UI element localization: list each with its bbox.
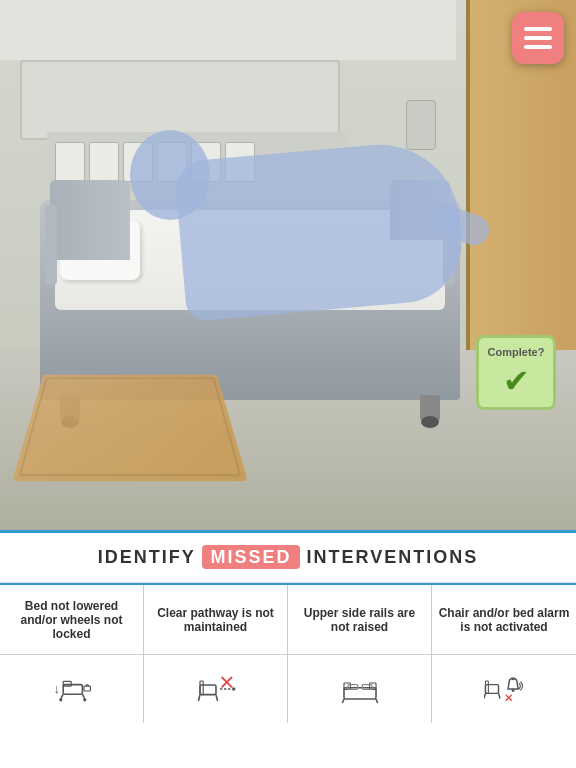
svg-line-22 — [376, 699, 378, 703]
floor-mat — [12, 375, 247, 481]
svg-text:↓: ↓ — [53, 681, 59, 696]
intervention-bed-lowered[interactable]: Bed not lowered and/or wheels not locked… — [0, 585, 144, 723]
menu-line-1 — [524, 27, 552, 31]
svg-point-27 — [512, 689, 515, 692]
intervention-alarm[interactable]: Chair and/or bed alarm is not activated — [432, 585, 576, 723]
menu-line-2 — [524, 36, 552, 40]
svg-line-11 — [216, 695, 218, 701]
svg-point-5 — [59, 698, 62, 701]
svg-rect-23 — [485, 685, 498, 694]
intervention-icon-3 — [288, 655, 431, 723]
ceiling-panel — [0, 0, 456, 60]
svg-line-10 — [198, 695, 200, 701]
svg-rect-24 — [485, 681, 488, 693]
svg-rect-9 — [200, 681, 203, 695]
hospital-room-scene: Complete? ✔ — [0, 0, 576, 530]
svg-point-6 — [83, 698, 86, 701]
side-rails-icon — [340, 669, 380, 709]
intervention-label-1: Bed not lowered and/or wheels not locked — [0, 585, 143, 655]
intervention-label-2: Clear pathway is not maintained — [144, 585, 287, 655]
intervention-icon-4 — [432, 655, 576, 723]
intervention-label-3: Upper side rails are not raised — [288, 585, 431, 655]
title-bar: IDENTIFY MISSED INTERVENTIONS — [0, 533, 576, 583]
intervention-icon-2 — [144, 655, 287, 723]
pathway-icon — [196, 669, 236, 709]
intervention-side-rails[interactable]: Upper side rails are not raised — [288, 585, 432, 723]
intervention-pathway[interactable]: Clear pathway is not maintained — [144, 585, 288, 723]
mat-pattern — [18, 377, 241, 476]
check-icon: ✔ — [503, 362, 530, 400]
menu-button[interactable] — [512, 12, 564, 64]
svg-marker-13 — [232, 687, 235, 692]
title-highlight: MISSED — [202, 545, 299, 569]
title-prefix: IDENTIFY — [98, 547, 196, 567]
intervention-icon-1: ↓ — [0, 655, 143, 723]
svg-line-25 — [484, 693, 485, 698]
complete-badge[interactable]: Complete? ✔ — [476, 335, 556, 410]
intervention-label-4: Chair and/or bed alarm is not activated — [432, 585, 576, 655]
bottom-panel: IDENTIFY MISSED INTERVENTIONS Bed not lo… — [0, 530, 576, 768]
svg-line-26 — [499, 693, 500, 698]
bed-rail-left — [45, 205, 57, 285]
svg-rect-7 — [84, 686, 90, 691]
alarm-icon — [484, 669, 524, 709]
bed-lowered-icon: ↓ — [52, 669, 92, 709]
svg-rect-8 — [200, 685, 216, 695]
patient-silhouette — [80, 110, 420, 300]
interventions-grid: Bed not lowered and/or wheels not locked… — [0, 583, 576, 723]
title-suffix: INTERVENTIONS — [307, 547, 479, 567]
patient-body — [174, 138, 467, 322]
complete-label: Complete? — [488, 346, 545, 358]
menu-line-3 — [524, 45, 552, 49]
svg-line-21 — [342, 699, 344, 703]
bed-wheel-right — [421, 416, 439, 428]
